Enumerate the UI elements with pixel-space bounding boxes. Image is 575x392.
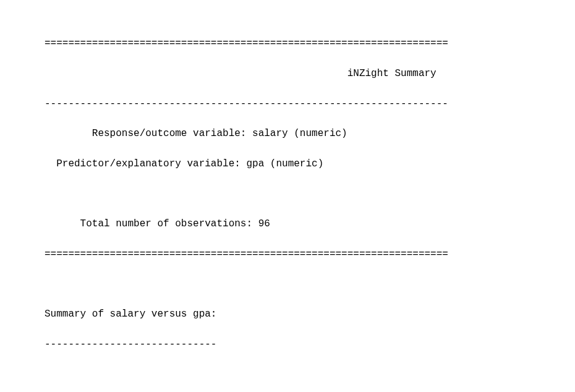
separator-title: ----------------------------------------… xyxy=(45,96,575,111)
blank-line xyxy=(45,367,575,381)
separator-top: ========================================… xyxy=(45,36,575,51)
separator-header-end: ========================================… xyxy=(45,247,575,262)
predictor-variable-line: Predictor/explanatory variable: gpa (num… xyxy=(45,156,575,171)
blank-line xyxy=(45,276,575,291)
summary-title: iNZight Summary xyxy=(45,66,575,81)
summary-section-title: Summary of salary versus gpa: xyxy=(45,307,575,322)
summary-section-underline: ----------------------------- xyxy=(45,337,575,352)
inzight-summary-output: ========================================… xyxy=(0,0,575,392)
observations-line: Total number of observations: 96 xyxy=(45,216,575,231)
response-variable-line: Response/outcome variable: salary (numer… xyxy=(45,126,575,141)
blank-line xyxy=(45,186,575,201)
